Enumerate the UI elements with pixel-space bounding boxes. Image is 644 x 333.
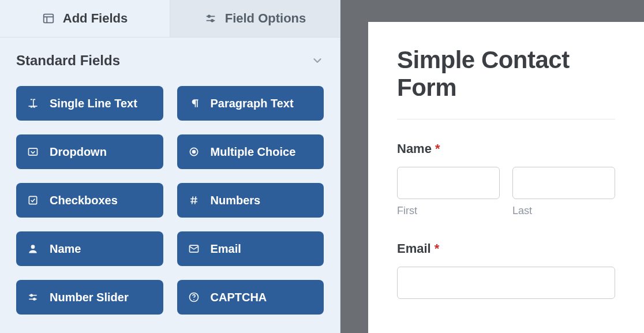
tab-add-fields[interactable]: Add Fields xyxy=(0,0,170,37)
name-inputs-row: First Last xyxy=(397,167,615,217)
field-label: Name xyxy=(50,242,81,256)
field-label: Dropdown xyxy=(50,145,107,159)
first-name-input[interactable] xyxy=(397,167,500,199)
field-dropdown[interactable]: Dropdown xyxy=(16,134,163,169)
field-checkboxes[interactable]: Checkboxes xyxy=(16,183,163,218)
field-label: Single Line Text xyxy=(50,97,137,110)
svg-point-6 xyxy=(211,20,214,22)
field-label: CAPTCHA xyxy=(211,291,267,304)
field-label: Email xyxy=(211,242,241,256)
field-label: Numbers xyxy=(211,194,261,207)
tab-add-fields-label: Add Fields xyxy=(63,11,128,26)
field-email[interactable]: Email xyxy=(177,231,324,266)
field-label: Paragraph Text xyxy=(211,97,294,110)
tab-field-options[interactable]: Field Options xyxy=(170,0,340,37)
text-cursor-icon xyxy=(27,97,39,110)
svg-line-15 xyxy=(194,196,196,204)
svg-point-21 xyxy=(33,298,35,300)
required-asterisk: * xyxy=(435,241,440,256)
field-label: Multiple Choice xyxy=(211,145,296,159)
first-sublabel: First xyxy=(397,205,500,217)
svg-rect-0 xyxy=(44,14,54,23)
svg-line-14 xyxy=(192,196,193,204)
tabstrip: Add Fields Field Options xyxy=(0,0,340,38)
field-numbers[interactable]: Numbers xyxy=(177,183,324,218)
section-title: Standard Fields xyxy=(16,53,120,69)
svg-point-16 xyxy=(31,245,35,249)
svg-point-23 xyxy=(193,299,194,300)
field-paragraph-text[interactable]: Paragraph Text xyxy=(177,86,324,121)
envelope-icon xyxy=(188,242,200,255)
field-number-slider[interactable]: Number Slider xyxy=(16,280,163,315)
email-field-block[interactable]: Email* xyxy=(397,241,615,299)
field-multiple-choice[interactable]: Multiple Choice xyxy=(177,134,324,169)
checkbox-icon xyxy=(27,194,39,207)
fields-grid: Single Line Text Paragraph Text Dropdown… xyxy=(0,74,340,332)
svg-rect-8 xyxy=(29,148,38,155)
name-label-text: Name xyxy=(397,141,432,156)
field-captcha[interactable]: CAPTCHA xyxy=(177,280,324,315)
form-layout-icon xyxy=(42,12,55,25)
tab-field-options-label: Field Options xyxy=(225,11,306,26)
field-name[interactable]: Name xyxy=(16,231,163,266)
email-label: Email* xyxy=(397,241,615,256)
name-field-block[interactable]: Name* First Last xyxy=(397,141,615,217)
last-name-input[interactable] xyxy=(512,167,615,199)
sidebar: Add Fields Field Options Standard Fields… xyxy=(0,0,340,333)
email-label-text: Email xyxy=(397,241,431,256)
section-header[interactable]: Standard Fields xyxy=(0,38,340,74)
radio-icon xyxy=(188,145,200,158)
user-icon xyxy=(27,242,39,255)
sliders-icon xyxy=(204,12,217,25)
help-icon xyxy=(188,291,200,304)
form-card[interactable]: Simple Contact Form Name* First Last Ema… xyxy=(368,22,644,333)
paragraph-icon xyxy=(188,97,200,110)
dropdown-icon xyxy=(27,145,39,158)
name-label: Name* xyxy=(397,141,615,156)
svg-point-10 xyxy=(192,151,195,154)
sliders-icon xyxy=(27,291,39,304)
svg-point-4 xyxy=(208,16,210,18)
chevron-down-icon xyxy=(311,54,324,67)
svg-rect-11 xyxy=(29,196,36,204)
form-canvas: Simple Contact Form Name* First Last Ema… xyxy=(340,0,644,333)
required-asterisk: * xyxy=(435,141,440,156)
hash-icon xyxy=(188,194,200,207)
last-sublabel: Last xyxy=(512,205,615,217)
field-label: Checkboxes xyxy=(50,194,118,207)
field-label: Number Slider xyxy=(50,291,129,304)
svg-point-19 xyxy=(31,294,32,296)
field-single-line-text[interactable]: Single Line Text xyxy=(16,86,163,121)
form-title[interactable]: Simple Contact Form xyxy=(397,46,615,119)
email-input[interactable] xyxy=(397,267,615,299)
